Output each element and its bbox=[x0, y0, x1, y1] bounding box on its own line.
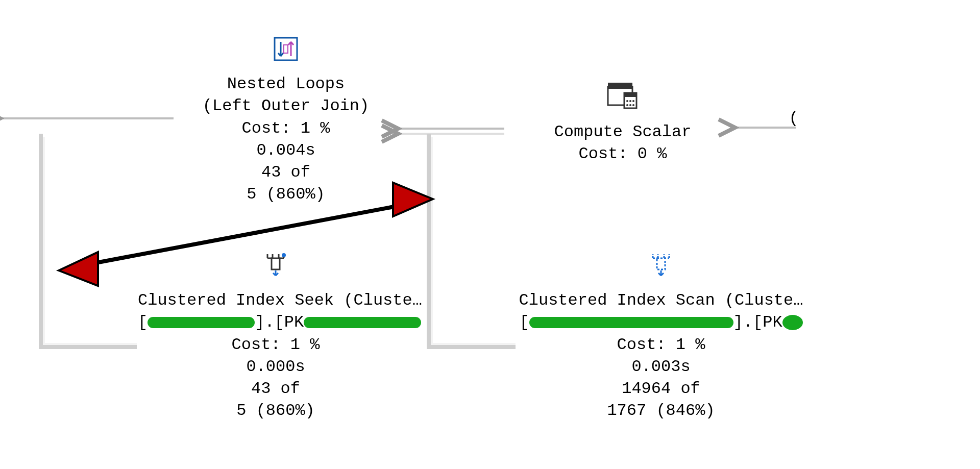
svg-rect-8 bbox=[624, 93, 636, 97]
node-subtitle: (Left Outer Join) bbox=[179, 95, 393, 117]
node-rows-2: 5 (860%) bbox=[179, 183, 393, 205]
svg-rect-17 bbox=[657, 258, 665, 269]
svg-point-13 bbox=[629, 104, 631, 106]
node-object: [].[PK bbox=[138, 311, 413, 333]
index-scan-icon bbox=[518, 250, 804, 285]
node-cost: Cost: 1 % bbox=[179, 117, 393, 139]
truncated-text: ( bbox=[786, 107, 801, 129]
redacted-text bbox=[148, 317, 255, 328]
node-time: 0.004s bbox=[179, 139, 393, 161]
node-nested-loops[interactable]: Nested Loops (Left Outer Join) Cost: 1 %… bbox=[179, 36, 393, 205]
svg-rect-3 bbox=[275, 38, 297, 60]
node-title: Nested Loops bbox=[179, 73, 393, 95]
node-index-scan[interactable]: Clustered Index Scan (Cluste… [].[PK Cos… bbox=[518, 250, 804, 422]
svg-marker-2 bbox=[393, 183, 433, 216]
svg-rect-15 bbox=[272, 258, 280, 269]
node-title: Clustered Index Seek (Cluste… bbox=[138, 289, 413, 311]
node-rows-2: 1767 (846%) bbox=[518, 400, 804, 422]
node-cost: Cost: 0 % bbox=[516, 143, 730, 165]
node-title: Compute Scalar bbox=[516, 121, 730, 143]
svg-point-9 bbox=[626, 100, 628, 102]
node-rows-1: 14964 of bbox=[518, 378, 804, 400]
svg-point-10 bbox=[629, 100, 631, 102]
node-index-seek[interactable]: Clustered Index Seek (Cluste… [].[PK Cos… bbox=[138, 250, 413, 422]
nested-loops-icon bbox=[179, 36, 393, 69]
svg-point-14 bbox=[632, 104, 634, 106]
svg-point-12 bbox=[626, 104, 628, 106]
node-time: 0.003s bbox=[518, 356, 804, 378]
compute-scalar-icon bbox=[516, 82, 730, 117]
node-rows-2: 5 (860%) bbox=[138, 400, 413, 422]
node-time: 0.000s bbox=[138, 356, 413, 378]
node-object: [].[PK bbox=[518, 311, 804, 333]
node-rows-1: 43 of bbox=[138, 378, 413, 400]
node-cost: Cost: 1 % bbox=[138, 334, 413, 356]
node-title: Clustered Index Scan (Cluste… bbox=[518, 289, 804, 311]
redacted-text bbox=[529, 317, 733, 328]
svg-marker-1 bbox=[59, 252, 98, 286]
node-cost: Cost: 1 % bbox=[518, 334, 804, 356]
node-rows-1: 43 of bbox=[179, 161, 393, 183]
node-compute-scalar[interactable]: Compute Scalar Cost: 0 % bbox=[516, 82, 730, 165]
svg-point-16 bbox=[282, 253, 286, 257]
redacted-text bbox=[304, 317, 421, 328]
svg-rect-6 bbox=[608, 83, 632, 89]
index-seek-icon bbox=[138, 250, 413, 285]
redacted-text bbox=[782, 315, 803, 330]
svg-point-11 bbox=[632, 100, 634, 102]
